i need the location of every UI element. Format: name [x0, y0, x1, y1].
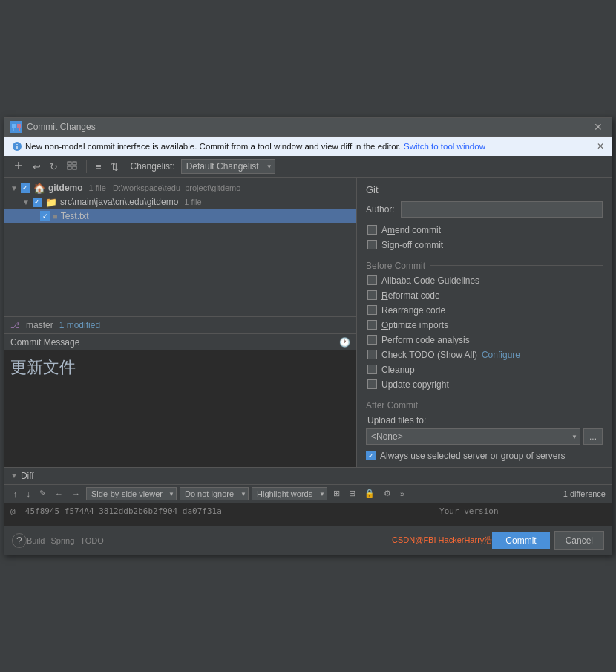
copyright-label: Update copyright [381, 379, 449, 390]
cleanup-checkbox[interactable] [367, 365, 377, 374]
alibaba-checkbox[interactable] [367, 275, 377, 285]
diff-collapse-button[interactable]: ⊟ [346, 487, 358, 500]
changelist-label: Changelist: [131, 161, 175, 172]
changelist-select[interactable]: Default Changelist [181, 159, 275, 174]
svg-rect-8 [68, 162, 71, 165]
diff-toolbar: ↑ ↓ ✎ ← → Side-by-side viewer Unified vi… [4, 485, 612, 503]
upload-row: <None> ... [366, 428, 603, 445]
dialog-icon [10, 121, 22, 133]
diff-header: ▼ Diff [4, 468, 612, 485]
analysis-row: Perform code analysis [366, 335, 603, 345]
amend-commit-checkbox[interactable] [367, 225, 377, 235]
sign-off-row: Sign-off commit [366, 240, 603, 250]
diff-settings-button[interactable]: ⚙ [381, 487, 394, 500]
sort-button[interactable]: ≡ [93, 160, 105, 174]
clock-icon: 🕐 [339, 337, 350, 348]
always-use-label: Always use selected server or group of s… [380, 451, 565, 461]
diff-edit-button[interactable]: ✎ [36, 487, 49, 500]
svg-text:i: i [16, 143, 19, 151]
diff-prev-button[interactable]: ← [52, 488, 66, 500]
diff-next-button[interactable]: → [69, 488, 83, 500]
watermark: CSDN@FBI HackerHarry浩 [392, 535, 492, 546]
reformat-checkbox[interactable] [367, 290, 377, 300]
svg-rect-0 [12, 124, 16, 128]
folder-detail: 1 file [184, 198, 201, 206]
author-input[interactable] [401, 201, 603, 218]
checkbox-file[interactable]: ✓ [40, 211, 50, 221]
info-close-button[interactable]: ✕ [597, 141, 604, 151]
upload-select[interactable]: <None> [366, 428, 580, 445]
tab-build[interactable]: Build [27, 536, 45, 545]
diff-grid-button[interactable]: ⊞ [330, 487, 343, 500]
always-use-row: ✓ Always use selected server or group of… [366, 451, 603, 461]
folder-icon: 📁 [45, 197, 57, 208]
diff-highlight-select[interactable]: Highlight words [252, 487, 327, 500]
todo-row: Check TODO (Show All) Configure [366, 350, 603, 360]
author-label: Author: [366, 204, 395, 215]
left-panel: ▼ ✓ 🏠 gitdemo 1 file D:\workspace\tedu_p… [4, 178, 357, 467]
title-bar: Commit Changes ✕ [4, 118, 612, 137]
modified-badge[interactable]: 1 modified [59, 320, 100, 330]
todo-label: Check TODO (Show All) [381, 350, 477, 360]
analysis-checkbox[interactable] [367, 335, 377, 345]
checkbox-folder[interactable]: ✓ [33, 198, 42, 207]
commit-message-area: Commit Message 🕐 更新文件 [4, 334, 356, 467]
undo-button[interactable]: ↩ [30, 160, 44, 174]
checkbox-root[interactable]: ✓ [21, 183, 30, 193]
diff-preview-text: @ -45f8945-f574A4-3812ddb2b6b2f904-da07f… [10, 506, 226, 516]
main-toolbar: ↩ ↻ ≡ ⇅ Changelist: Default Changelist [4, 156, 612, 178]
diff-up-button[interactable]: ↑ [10, 488, 21, 500]
diff-expand-arrow[interactable]: ▼ [10, 472, 18, 480]
tab-todo[interactable]: TODO [80, 536, 104, 545]
diff-lock-button[interactable]: 🔒 [361, 487, 378, 500]
diff-highlight-wrapper: Highlight words [252, 487, 327, 500]
alibaba-label: Alibaba Code Guidelines [381, 275, 479, 286]
before-commit-divider: Before Commit [366, 261, 603, 271]
upload-label: Upload files to: [366, 415, 603, 425]
close-button[interactable]: ✕ [591, 121, 606, 133]
diff-down-button[interactable]: ↓ [24, 488, 34, 500]
commit-message-input[interactable]: 更新文件 [4, 350, 356, 467]
switch-to-tool-window-link[interactable]: Switch to tool window [404, 142, 485, 151]
tree-item-file[interactable]: ✓ ■ Test.txt [4, 209, 356, 223]
add-button[interactable] [10, 159, 27, 174]
copyright-row: Update copyright [366, 379, 603, 390]
toolbar-separator [86, 160, 87, 173]
main-area: ▼ ✓ 🏠 gitdemo 1 file D:\workspace\tedu_p… [4, 178, 612, 467]
sign-off-checkbox[interactable] [367, 240, 377, 249]
branch-icon: ⎇ [10, 321, 20, 330]
reformat-row: Reformat code [366, 290, 603, 301]
svg-rect-11 [73, 166, 76, 169]
branch-name: master [26, 320, 53, 330]
filter-button[interactable]: ⇅ [108, 160, 122, 174]
file-name: Test.txt [61, 211, 89, 221]
commit-button[interactable]: Commit [492, 532, 549, 549]
tree-expand-root[interactable]: ▼ [10, 184, 18, 192]
diff-viewer-wrapper: Side-by-side viewer Unified viewer [86, 487, 177, 500]
commit-msg-label: Commit Message [10, 337, 79, 348]
dots-button[interactable]: ... [583, 428, 603, 445]
copyright-checkbox[interactable] [367, 379, 377, 389]
help-button[interactable]: ? [12, 533, 27, 548]
tree-expand-folder[interactable]: ▼ [22, 198, 30, 206]
configure-link[interactable]: Configure [482, 350, 520, 360]
diff-more-button[interactable]: » [397, 488, 407, 500]
always-use-checkbox[interactable]: ✓ [366, 451, 376, 460]
project-name: gitdemo [48, 183, 83, 193]
bottom-tabs: Build Spring TODO [27, 536, 104, 545]
diff-viewer-select[interactable]: Side-by-side viewer Unified viewer [86, 487, 177, 500]
folder-name: src\main\java\cn\tedu\gitdemo [60, 197, 178, 207]
after-commit-divider: After Commit [366, 400, 603, 411]
refresh-button[interactable]: ↻ [47, 160, 61, 174]
cancel-button[interactable]: Cancel [554, 531, 604, 550]
tab-spring[interactable]: Spring [50, 536, 74, 545]
cleanup-row: Cleanup [366, 365, 603, 375]
status-bar: ⎇ master 1 modified [4, 316, 356, 334]
optimize-checkbox[interactable] [367, 320, 377, 330]
diff-ignore-select[interactable]: Do not ignore [180, 487, 249, 500]
todo-checkbox[interactable] [367, 350, 377, 359]
optimize-row: Optimize imports [366, 320, 603, 330]
rearrange-checkbox[interactable] [367, 305, 377, 315]
cleanup-label: Cleanup [381, 365, 415, 375]
group-button[interactable] [64, 159, 80, 174]
